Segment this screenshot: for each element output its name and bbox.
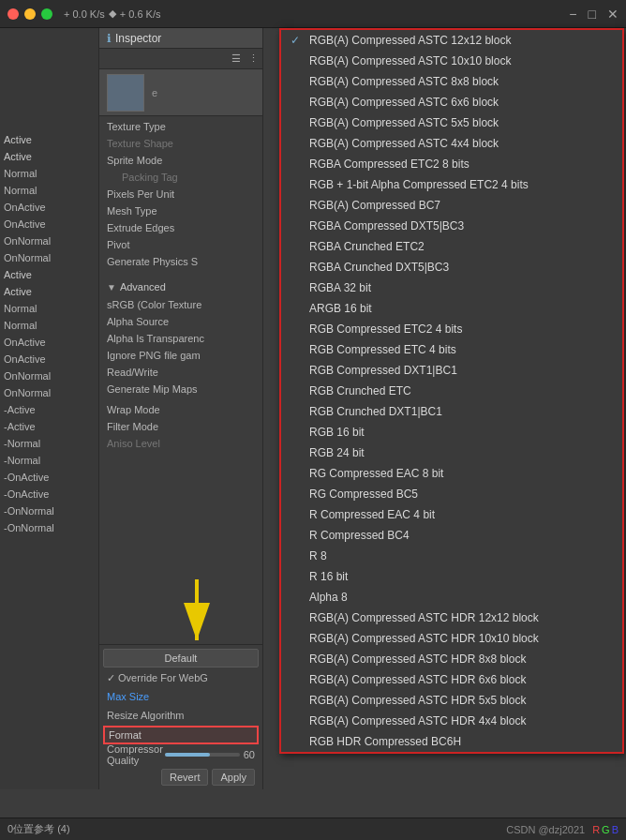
dropdown-item[interactable]: RG Compressed BC5 — [281, 484, 622, 504]
dropdown-item[interactable]: RGBA Crunched DXT5|BC3 — [281, 257, 622, 278]
list-item: OnActive — [0, 216, 98, 232]
dropdown-item[interactable]: RGB(A) Compressed ASTC HDR 8x8 block — [281, 649, 622, 669]
filter-mode-row: Filter Mode — [99, 418, 262, 435]
dropdown-item[interactable]: RGB(A) Compressed ASTC 8x8 block — [281, 71, 622, 92]
generate-mip-label: Generate Mip Maps — [107, 383, 198, 395]
format-row[interactable]: Format — [103, 726, 259, 744]
dropdown-item[interactable]: RGB(A) Compressed ASTC 4x4 block — [281, 133, 622, 154]
sprite-mode-row: Sprite Mode — [99, 152, 262, 169]
inspector-icon: ℹ — [107, 32, 112, 45]
compressor-slider[interactable] — [165, 753, 240, 757]
list-item: Normal — [0, 182, 98, 199]
inspector-scroll-area[interactable]: Texture Type Texture Shape Sprite Mode P… — [99, 116, 262, 644]
dropdown-item[interactable]: RGBA Crunched ETC2 — [281, 236, 622, 257]
dropdown-item[interactable]: RGB(A) Compressed ASTC HDR 5x5 block — [281, 690, 622, 711]
dropdown-item-label: RG Compressed BC5 — [309, 488, 418, 501]
compressor-label: Compressor Quality — [107, 743, 165, 766]
g-label: G — [602, 824, 610, 835]
pivot-label: Pivot — [107, 239, 129, 250]
dropdown-item[interactable]: RGB(A) Compressed ASTC 5x5 block — [281, 112, 622, 133]
minimize-traffic-light[interactable] — [24, 8, 36, 20]
status-left: 0位置参考 (4) — [7, 822, 70, 836]
dropdown-item[interactable]: RGB Crunched DXT1|BC1 — [281, 401, 622, 422]
wrap-mode-row: Wrap Mode — [99, 401, 262, 418]
inspector-header: ℹ Inspector — [99, 28, 262, 49]
revert-apply-row: Revert Apply — [103, 765, 259, 786]
dropdown-item-label: RGB(A) Compressed ASTC 6x6 block — [309, 96, 499, 109]
override-label: ✓ Override For WebG — [107, 672, 208, 684]
list-item: Active — [0, 283, 98, 300]
sprite-mode-label: Sprite Mode — [107, 155, 162, 166]
dropdown-item[interactable]: ✓RGB(A) Compressed ASTC 12x12 block — [281, 30, 622, 51]
dropdown-item-label: RGB(A) Compressed ASTC HDR 6x6 block — [309, 673, 526, 686]
dropdown-item[interactable]: RGB Compressed DXT1|BC1 — [281, 360, 622, 381]
max-size-row: Max Size — [103, 688, 259, 705]
dropdown-item-label: RGB(A) Compressed ASTC HDR 4x4 block — [309, 714, 526, 728]
dropdown-item[interactable]: RGB HDR Compressed BC6H — [281, 731, 622, 752]
list-item: -OnNormal — [0, 502, 98, 519]
dropdown-item[interactable]: R 8 — [281, 546, 622, 566]
dropdown-item[interactable]: ARGB 16 bit — [281, 298, 622, 319]
dropdown-item[interactable]: RGB 24 bit — [281, 442, 622, 463]
dropdown-item[interactable]: RGBA 32 bit — [281, 278, 622, 298]
maximize-traffic-light[interactable] — [41, 8, 52, 20]
dropdown-item[interactable]: RGB(A) Compressed ASTC HDR 12x12 block — [281, 608, 622, 628]
dropdown-item[interactable]: R 16 bit — [281, 566, 622, 587]
dropdown-item[interactable]: RGB(A) Compressed ASTC HDR 4x4 block — [281, 711, 622, 731]
dropdown-item[interactable]: RGB + 1-bit Alpha Compressed ETC2 4 bits — [281, 174, 622, 195]
list-item: OnNormal — [0, 232, 98, 249]
dropdown-item[interactable]: RGBA Compressed DXT5|BC3 — [281, 216, 622, 236]
layout-icon[interactable]: ☰ — [231, 52, 241, 65]
dropdown-item[interactable]: R Compressed BC4 — [281, 525, 622, 546]
maximize-button[interactable]: □ — [589, 7, 596, 22]
dropdown-item[interactable]: RGB Compressed ETC 4 bits — [281, 339, 622, 360]
max-size-label[interactable]: Max Size — [107, 691, 149, 702]
b-label: B — [612, 824, 619, 835]
dropdown-item[interactable]: R Compressed EAC 4 bit — [281, 504, 622, 525]
window-controls: − □ ✕ — [569, 7, 619, 22]
pixels-per-unit-row: Pixels Per Unit — [99, 186, 262, 202]
dropdown-item-label: RGB Compressed ETC2 4 bits — [309, 322, 462, 336]
default-button[interactable]: Default — [103, 649, 259, 668]
dropdown-item[interactable]: RGB 16 bit — [281, 422, 622, 442]
dropdown-item-label: RGBA Crunched DXT5|BC3 — [309, 261, 449, 274]
dropdown-item[interactable]: RG Compressed EAC 8 bit — [281, 463, 622, 484]
list-item: OnNormal — [0, 249, 98, 266]
menu-icon[interactable]: ⋮ — [248, 52, 259, 65]
generate-physics-label: Generate Physics S — [107, 256, 198, 267]
apply-button[interactable]: Apply — [212, 769, 255, 786]
dropdown-item-label: RGB(A) Compressed ASTC HDR 5x5 block — [309, 694, 526, 707]
format-dropdown[interactable]: ✓RGB(A) Compressed ASTC 12x12 blockRGB(A… — [279, 28, 624, 754]
dropdown-item[interactable]: RGB(A) Compressed ASTC HDR 10x10 block — [281, 628, 622, 649]
dropdown-item[interactable]: RGB(A) Compressed ASTC HDR 6x6 block — [281, 669, 622, 690]
ignore-png-label: Ignore PNG file gam — [107, 350, 201, 361]
dropdown-item-label: RGB HDR Compressed BC6H — [309, 735, 461, 748]
stat2: + 0.6 K/s — [120, 8, 161, 20]
dropdown-item[interactable]: RGB Compressed ETC2 4 bits — [281, 319, 622, 339]
dropdown-item[interactable]: RGB(A) Compressed ASTC 6x6 block — [281, 92, 622, 112]
dropdown-item-label: ARGB 16 bit — [309, 302, 372, 315]
alpha-source-label: Alpha Source — [107, 316, 169, 327]
dropdown-item[interactable]: RGB(A) Compressed BC7 — [281, 195, 622, 216]
read-write-label: Read/Write — [107, 367, 158, 378]
revert-button[interactable]: Revert — [161, 769, 208, 786]
dropdown-item-label: R Compressed BC4 — [309, 529, 410, 542]
close-button[interactable]: ✕ — [607, 7, 619, 22]
dropdown-item[interactable]: RGB Crunched ETC — [281, 381, 622, 401]
dropdown-item[interactable]: RGBA Compressed ETC2 8 bits — [281, 154, 622, 174]
close-traffic-light[interactable] — [7, 8, 19, 20]
stat1: + 0.0 K/s — [64, 8, 105, 20]
packing-tag-label: Packing Tag — [122, 172, 178, 183]
generate-mip-row: Generate Mip Maps — [99, 381, 262, 398]
stat-separator: ◆ — [109, 8, 116, 20]
dropdown-item[interactable]: RGB(A) Compressed ASTC 10x10 block — [281, 51, 622, 71]
list-item: OnNormal — [0, 384, 98, 401]
list-item: -OnNormal — [0, 519, 98, 536]
mesh-type-label: Mesh Type — [107, 205, 157, 217]
inspector-panel: ℹ Inspector ☰ ⋮ e Texture Type Texture S… — [99, 28, 263, 789]
resize-label: Resize Algorithm — [107, 710, 185, 721]
aniso-level-label: Aniso Level — [107, 438, 160, 449]
minimize-button[interactable]: − — [569, 7, 576, 22]
dropdown-item[interactable]: Alpha 8 — [281, 587, 622, 608]
inspector-title: Inspector — [115, 32, 161, 45]
